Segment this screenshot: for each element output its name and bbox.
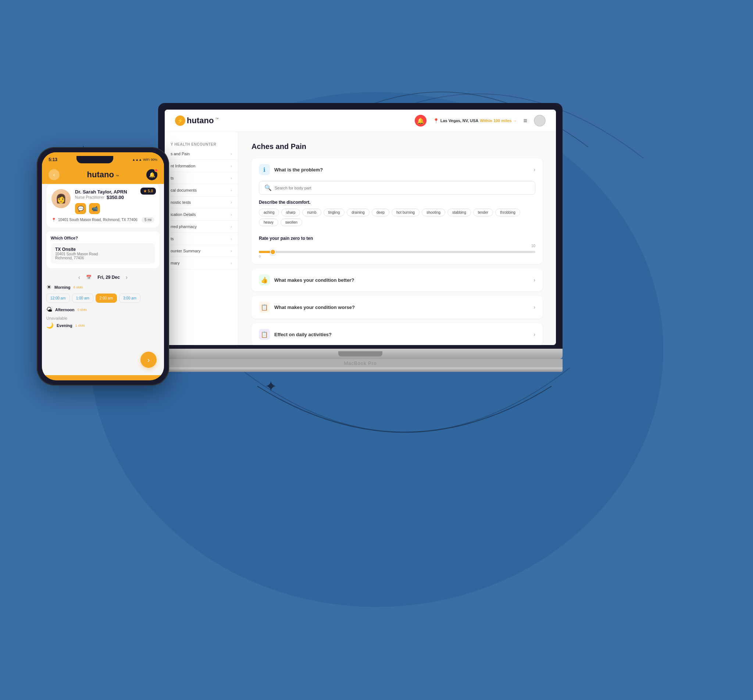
web-nav-bell[interactable]: 🔔 (415, 115, 427, 127)
sidebar-item-pharmacy[interactable]: rred pharmacy › (165, 221, 238, 233)
battery-icon: 90% (151, 158, 157, 161)
web-logo-text: hutano (187, 116, 214, 125)
condition-better-icon: 👍 (259, 274, 270, 286)
what-is-problem-header[interactable]: ℹ What is the problem? › (251, 158, 543, 181)
location-range[interactable]: Within 100 miles → (480, 119, 517, 123)
evening-section: 🌙 Evening 1 slots (42, 322, 164, 329)
office-address-line2: Richmond, 77406 (55, 256, 151, 260)
sidebar-item-ts2[interactable]: ts › (165, 233, 238, 245)
tag-deep[interactable]: deep (372, 209, 389, 216)
tag-numb[interactable]: numb (302, 209, 321, 216)
time-slot-2am[interactable]: 2:00 am (96, 294, 117, 303)
back-icon: ‹ (53, 172, 55, 178)
phone-scroll-content: ★ 5.0 👩 Dr. Sarah Taylor, APRN Nurse Pra… (42, 184, 164, 375)
sidebar-item-info[interactable]: nt Information › (165, 160, 238, 172)
prev-date-button[interactable]: ‹ (78, 274, 80, 281)
daily-activities-icon: 📋 (259, 329, 270, 340)
time-slot-12am[interactable]: 12:00 am (46, 294, 70, 303)
discomfort-tags: aching sharp numb tingling draining deep… (259, 209, 535, 226)
afternoon-section: 🌤 Afternoon 0 slots Unavailable (42, 306, 164, 322)
sidebar-item-pharmacy-arrow: › (231, 224, 232, 229)
sidebar-item-docs[interactable]: cal documents › (165, 184, 238, 197)
condition-better-card: 👍 What makes your condition better? › (251, 269, 543, 291)
tag-heavy[interactable]: heavy (259, 219, 278, 226)
sidebar-item-ts2-arrow: › (231, 236, 232, 241)
pain-min-value: 0 (259, 255, 261, 258)
sidebar-item-mary-label: mary (171, 261, 179, 265)
sidebar-item-ts-label: ts (171, 176, 174, 180)
distance-badge: 5 mi (142, 217, 154, 223)
condition-better-header[interactable]: 👍 What makes your condition better? › (251, 269, 543, 291)
next-date-button[interactable]: › (126, 274, 128, 281)
phone-logo-tm: ™ (115, 174, 119, 178)
tag-sharp[interactable]: sharp (281, 209, 300, 216)
phone-status-icons: ▲▲▲ WiFi 90% (132, 158, 157, 161)
body-part-input[interactable] (274, 186, 530, 190)
video-icon[interactable]: 📹 (89, 203, 100, 214)
doctor-name: Dr. Sarah Taylor, APRN (75, 189, 127, 195)
tag-hot-burning[interactable]: hot burning (391, 209, 419, 216)
pain-slider-thumb[interactable] (270, 249, 276, 255)
time-slot-3am[interactable]: 3:00 am (119, 294, 140, 303)
sidebar-item-ts[interactable]: ts › (165, 172, 238, 184)
sidebar-item-pain[interactable]: s and Pain › (165, 148, 238, 160)
body-part-search[interactable]: 🔍 (259, 181, 535, 195)
pain-slider-labels: 0 (259, 255, 535, 258)
what-is-problem-title: What is the problem? (274, 167, 323, 172)
message-icon[interactable]: 💬 (75, 203, 86, 214)
phone-body: 5:13 ▲▲▲ WiFi 90% ‹ hutano ™ 🔔 (37, 147, 169, 386)
tag-throbbing[interactable]: throbbing (495, 209, 520, 216)
web-nav-menu-icon[interactable]: ≡ (523, 117, 527, 125)
location-city: Las Vegas, NV, USA (440, 119, 479, 123)
condition-worse-left: 📋 What makes your condition worse? (259, 302, 355, 312)
tag-shooting[interactable]: shooting (422, 209, 445, 216)
tag-draining[interactable]: draining (347, 209, 369, 216)
web-nav-location: 📍 Las Vegas, NV, USA Within 100 miles → (433, 118, 517, 123)
tag-tingling[interactable]: tingling (324, 209, 345, 216)
sidebar-item-ts-arrow: › (231, 176, 232, 180)
doctor-price: $350.00 (107, 195, 124, 200)
sidebar-item-meds[interactable]: ication Details › (165, 209, 238, 221)
next-icon: › (147, 356, 150, 364)
tag-swollen[interactable]: swollen (281, 219, 302, 226)
morning-section: ☀ Morning 6 slots 12:00 am 1:00 am 2:00 … (42, 284, 164, 303)
phone-back-button[interactable]: ‹ (48, 169, 59, 180)
sidebar-item-tests[interactable]: nostic tests › (165, 197, 238, 209)
calendar-icon: 📅 (86, 275, 92, 280)
sidebar-item-summary[interactable]: ounter Summary › (165, 245, 238, 257)
condition-worse-header[interactable]: 📋 What makes your condition worse? › (251, 296, 543, 319)
sidebar-item-docs-arrow: › (231, 188, 232, 192)
date-navigator: ‹ 📅 Fri, 29 Dec › (42, 271, 164, 284)
office-address-line1: 10401 South Mason Road (55, 252, 151, 256)
web-nav-avatar[interactable] (534, 115, 546, 127)
time-slot-1am[interactable]: 1:00 am (72, 294, 94, 303)
daily-activities-header[interactable]: 📋 Effect on daily activities? › (251, 323, 543, 345)
what-is-problem-icon: ℹ (259, 164, 270, 175)
afternoon-header: 🌤 Afternoon 0 slots (46, 306, 159, 313)
pain-slider-track[interactable] (259, 251, 535, 253)
tag-aching[interactable]: aching (259, 209, 279, 216)
laptop-screen: ⚡ hutano ™ 🔔 📍 Las Vegas, NV, USA Within… (165, 109, 556, 345)
doctor-rating-badge: ★ 5.0 (140, 188, 156, 195)
rating-star-icon: ★ (143, 189, 147, 193)
sidebar-item-mary[interactable]: mary › (165, 257, 238, 269)
bell-icon: 🔔 (149, 172, 155, 178)
laptop-notch (338, 351, 382, 356)
sidebar-item-tests-arrow: › (231, 200, 232, 205)
laptop-label: MacBook Pro (158, 359, 563, 367)
doctor-specialty-row: Nurse Practitioner $350.00 (75, 195, 127, 200)
phone-camera-notch (76, 156, 113, 163)
sidebar-item-tests-label: nostic tests (171, 200, 191, 205)
next-button[interactable]: › (140, 352, 157, 368)
web-logo: ⚡ hutano ™ (175, 116, 219, 126)
phone-bell-button[interactable]: 🔔 (147, 169, 157, 180)
doctor-specialty: Nurse Practitioner (75, 195, 104, 199)
office-card[interactable]: TX Onsite 10401 South Mason Road Richmon… (51, 243, 155, 264)
sidebar-item-info-arrow: › (231, 164, 232, 168)
tag-stabbing[interactable]: stabbing (447, 209, 471, 216)
discomfort-label: Describe the discomfort. (259, 200, 535, 205)
web-content: y health encounter s and Pain › nt Infor… (165, 132, 556, 345)
tag-tender[interactable]: tender (473, 209, 493, 216)
office-section-label: Which Office? (51, 236, 155, 240)
office-name: TX Onsite (55, 247, 151, 252)
